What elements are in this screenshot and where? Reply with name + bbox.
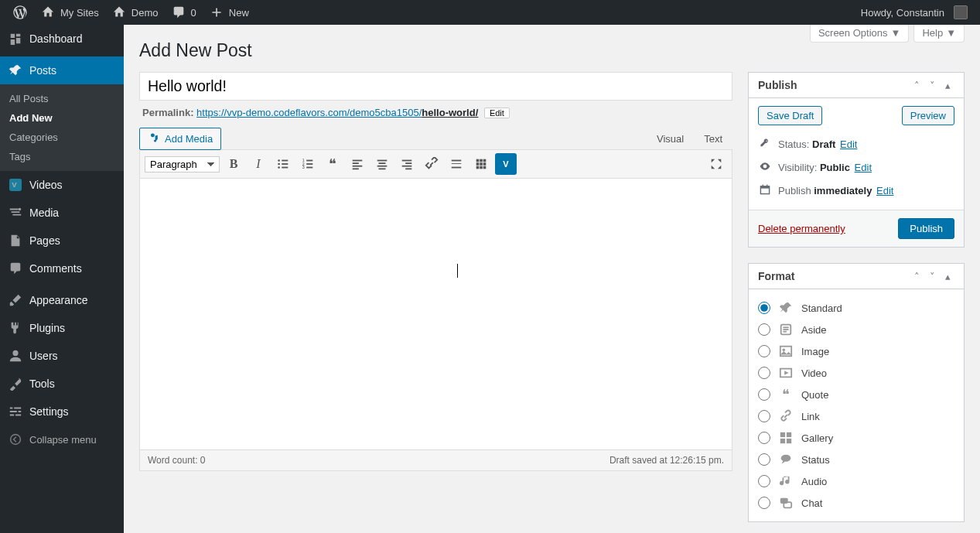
save-draft-button[interactable]: Save Draft <box>758 106 822 125</box>
format-radio[interactable] <box>758 345 770 357</box>
sidebar-item-plugins[interactable]: Plugins <box>0 314 124 342</box>
move-down-icon[interactable]: ˅ <box>925 80 939 91</box>
submenu-categories[interactable]: Categories <box>0 128 124 147</box>
wp-logo[interactable] <box>6 0 34 25</box>
my-sites-link[interactable]: My Sites <box>34 0 105 25</box>
align-center-button[interactable] <box>371 153 393 175</box>
format-radio[interactable] <box>758 302 770 314</box>
sidebar-item-settings[interactable]: Settings <box>0 398 124 425</box>
collapse-menu[interactable]: Collapse menu <box>0 425 124 453</box>
publish-button[interactable]: Publish <box>898 218 954 239</box>
sidebar-item-pages[interactable]: Pages <box>0 227 124 255</box>
align-left-button[interactable] <box>347 153 368 175</box>
format-radio[interactable] <box>758 497 770 509</box>
format-option-chat[interactable]: Chat <box>758 492 954 514</box>
edit-visibility-link[interactable]: Edit <box>855 162 872 173</box>
sidebar-item-posts[interactable]: Posts <box>0 56 124 84</box>
add-media-label: Add Media <box>165 133 213 145</box>
bold-button[interactable]: B <box>223 153 244 175</box>
edit-status-link[interactable]: Edit <box>840 138 857 150</box>
tab-text[interactable]: Text <box>694 128 732 150</box>
svg-rect-21 <box>377 160 388 162</box>
format-option-link[interactable]: Link <box>758 405 954 427</box>
submenu-add-new[interactable]: Add New <box>0 108 124 128</box>
sidebar-item-appearance[interactable]: Appearance <box>0 286 124 314</box>
eye-icon <box>758 160 772 175</box>
format-option-video[interactable]: Video <box>758 362 954 384</box>
svg-rect-14 <box>306 163 312 165</box>
help-toggle[interactable]: Help ▼ <box>913 25 965 43</box>
format-select[interactable]: Paragraph <box>145 156 220 173</box>
format-option-aside[interactable]: Aside <box>758 319 954 340</box>
vimeo-button[interactable]: V <box>495 153 517 175</box>
calendar-icon <box>758 184 772 197</box>
my-account[interactable]: Howdy, Constantin <box>855 0 974 25</box>
format-option-quote[interactable]: ❝Quote <box>758 384 954 405</box>
svg-rect-42 <box>760 186 769 189</box>
new-label: New <box>229 7 249 19</box>
my-sites-label: My Sites <box>60 7 99 19</box>
move-down-icon[interactable]: ˅ <box>925 271 939 282</box>
bullet-list-button[interactable] <box>272 153 294 175</box>
blockquote-button[interactable]: ❝ <box>322 153 343 175</box>
toggle-panel-icon[interactable]: ▴ <box>941 80 954 91</box>
submenu-all-posts[interactable]: All Posts <box>0 89 124 108</box>
comments-link[interactable]: 0 <box>165 0 203 25</box>
screen-options-toggle[interactable]: Screen Options ▼ <box>810 25 909 43</box>
edit-schedule-link[interactable]: Edit <box>876 185 893 196</box>
site-name-link[interactable]: Demo <box>105 0 165 25</box>
move-up-icon[interactable]: ˄ <box>910 271 924 282</box>
move-up-icon[interactable]: ˄ <box>910 80 924 91</box>
preview-button[interactable]: Preview <box>902 106 954 125</box>
sidebar-item-videos[interactable]: VVideos <box>0 171 124 199</box>
format-option-status[interactable]: Status <box>758 449 954 470</box>
format-option-standard[interactable]: Standard <box>758 297 954 319</box>
sidebar-item-dashboard[interactable]: Dashboard <box>0 25 124 53</box>
toolbar-toggle-button[interactable] <box>470 153 492 175</box>
format-radio[interactable] <box>758 323 770 336</box>
format-radio[interactable] <box>758 388 770 401</box>
add-media-button[interactable]: Add Media <box>139 128 221 150</box>
sidebar-item-tools[interactable]: Tools <box>0 370 124 398</box>
tab-visual[interactable]: Visual <box>647 128 694 150</box>
new-content-link[interactable]: New <box>203 0 255 25</box>
sidebar-item-comments[interactable]: Comments <box>0 255 124 282</box>
italic-button[interactable]: I <box>248 153 269 175</box>
format-option-gallery[interactable]: Gallery <box>758 427 954 449</box>
chat-icon <box>778 495 794 511</box>
format-radio[interactable] <box>758 432 770 444</box>
delete-permanently-link[interactable]: Delete permanently <box>758 223 845 234</box>
user-icon <box>8 348 23 364</box>
submenu-tags[interactable]: Tags <box>0 147 124 166</box>
sidebar-label: Posts <box>29 64 56 77</box>
caret-down-icon: ▼ <box>891 27 901 39</box>
format-radio[interactable] <box>758 453 770 466</box>
format-label: Gallery <box>801 432 833 444</box>
post-title-input[interactable] <box>139 72 732 101</box>
svg-point-56 <box>781 455 791 462</box>
sidebar-label: Tools <box>29 378 55 390</box>
toggle-panel-icon[interactable]: ▴ <box>941 271 954 282</box>
numbered-list-button[interactable]: 123 <box>297 153 319 175</box>
sidebar-item-users[interactable]: Users <box>0 342 124 370</box>
sidebar-label: Videos <box>29 179 63 191</box>
svg-rect-10 <box>282 167 288 169</box>
editor-content[interactable] <box>140 179 732 449</box>
link-button[interactable] <box>421 153 442 175</box>
screen-options-label: Screen Options <box>818 27 888 39</box>
publish-box: Publish ˄ ˅ ▴ Save Draft Preview <box>748 72 965 248</box>
align-right-button[interactable] <box>396 153 418 175</box>
format-radio[interactable] <box>758 367 770 379</box>
edit-slug-button[interactable]: Edit <box>484 108 510 118</box>
fullscreen-button[interactable] <box>705 153 727 175</box>
format-radio[interactable] <box>758 475 770 487</box>
format-label: Video <box>801 367 827 379</box>
format-heading: Format <box>758 270 794 282</box>
permalink-link[interactable]: https://vvp-demo.codeflavors.com/demo5cb… <box>196 107 478 118</box>
format-option-audio[interactable]: Audio <box>758 470 954 492</box>
sidebar-item-media[interactable]: Media <box>0 199 124 227</box>
format-radio[interactable] <box>758 410 770 422</box>
read-more-button[interactable] <box>446 153 467 175</box>
format-option-image[interactable]: Image <box>758 340 954 362</box>
sidebar-label: Appearance <box>29 294 88 306</box>
